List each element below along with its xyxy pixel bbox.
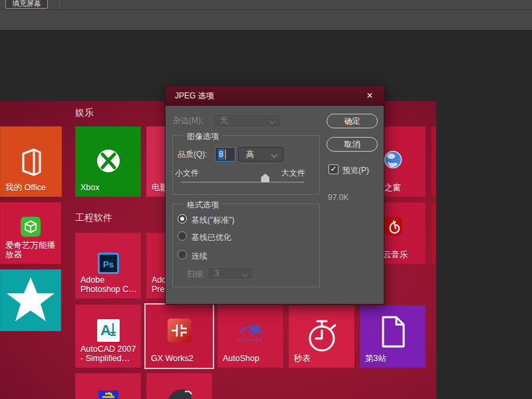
format-options-legend: 格式选项 (184, 200, 222, 211)
scans-value: 3 (215, 269, 219, 278)
quality-input[interactable]: 8 (215, 147, 235, 162)
preview-label: 预览(P) (342, 165, 369, 176)
tile-sliver-2[interactable] (431, 202, 436, 264)
tile-partial-1[interactable] (75, 373, 141, 399)
tile-label: 爱奇艺万能播放器 (5, 241, 59, 261)
toolbar-divider (59, 0, 60, 9)
tile-my-office[interactable]: 我的 Office (0, 126, 62, 197)
radio-baseline-standard[interactable] (178, 214, 187, 223)
cancel-button[interactable]: 取消 (327, 137, 378, 152)
tile-autocad[interactable]: AAutoCAD 2007- Simplified… (75, 305, 141, 368)
photoshop-top-bar: 填充屏幕 (0, 0, 532, 10)
svg-text:AUTOSHOP: AUTOSHOP (239, 338, 263, 342)
stopwatch-icon (289, 316, 354, 354)
swirl-icon: AUTOSHOP (217, 323, 283, 344)
tile-stopwatch[interactable]: 秒表 (289, 305, 354, 368)
group-label-0: 娱乐 (75, 107, 94, 119)
svg-text:Ps: Ps (103, 259, 114, 269)
group-label-1: 工程软件 (75, 212, 112, 224)
tile-label: 秒表 (294, 354, 352, 364)
star-icon (0, 275, 61, 325)
tile-label: GX Works2 (151, 354, 210, 364)
chevron-down-icon (269, 118, 276, 124)
miniblue-icon (75, 390, 141, 399)
close-icon[interactable]: × (362, 86, 378, 106)
chevron-down-icon (242, 271, 249, 277)
tile-label: Xbox (80, 183, 138, 193)
gx-icon (146, 319, 213, 342)
acad-icon: A (75, 319, 141, 342)
doc-icon (360, 315, 426, 349)
text-caret (225, 150, 226, 160)
matte-value: 无 (220, 116, 228, 125)
tile-autoshop[interactable]: AUTOSHOPAutoShop (217, 305, 283, 368)
tile-label: AdobePhotoshop C… (80, 275, 138, 295)
tile-photoshop[interactable]: PsAdobePhotoshop C… (75, 233, 141, 299)
image-options-group (172, 135, 320, 195)
svg-text:A: A (100, 322, 111, 338)
fit-screen-button[interactable]: 填充屏幕 (5, 0, 48, 9)
preview-checkbox[interactable]: ✓ (329, 164, 338, 174)
quality-label: 品质(Q): (178, 149, 207, 160)
tile-label: 第3站 (365, 354, 423, 364)
minidark-icon (146, 386, 212, 399)
tile-iqiyi[interactable]: 爱奇艺万能播放器 (0, 202, 61, 264)
quality-selected-text: 8 (218, 149, 224, 160)
tile-label: 之窗 (384, 183, 423, 193)
tile-sliver-1[interactable] (431, 126, 436, 197)
tile-label: 我的 Office (5, 183, 59, 193)
tile-star[interactable] (0, 269, 61, 331)
ok-button[interactable]: 确定 (327, 114, 378, 128)
tile-label: AutoCAD 2007- Simplified… (80, 344, 138, 364)
photoshop-options-bar (0, 10, 532, 31)
tile-station3[interactable]: 第3站 (360, 305, 426, 368)
tile-partial-2[interactable] (146, 373, 212, 399)
dialog-title[interactable]: JPEG 选项 (166, 86, 384, 106)
tile-xbox[interactable]: Xbox (75, 126, 141, 197)
tile-label: AutoShop (223, 354, 281, 364)
small-file-label: 小文件 (175, 168, 199, 179)
radio-progressive[interactable] (178, 250, 187, 259)
quality-slider-track[interactable] (181, 182, 305, 183)
xbox-icon (75, 148, 141, 174)
quality-level-dropdown[interactable]: 高 (238, 147, 283, 162)
office-icon (0, 148, 62, 176)
scans-dropdown: 3 (207, 267, 254, 280)
large-file-label: 大文件 (281, 168, 305, 179)
radio-dot-icon (180, 217, 184, 221)
ps-icon: Ps (75, 253, 141, 274)
tile-label: 云音乐 (383, 250, 423, 260)
tile-gx-works2[interactable]: GX Works2 (146, 305, 213, 368)
radio-baseline-optimized-label: 基线已优化 (192, 232, 231, 243)
radio-progressive-label: 连续 (192, 251, 207, 262)
radio-baseline-standard-label: 基线("标准") (192, 215, 235, 226)
jpeg-options-dialog: JPEG 选项 × 杂边(M): 无 确定 取消 ✓ 预览(P) 97.0K 图… (165, 85, 384, 305)
radio-baseline-optimized[interactable] (178, 231, 187, 241)
matte-label: 杂边(M): (173, 115, 203, 126)
iqiyi-icon (0, 217, 61, 237)
file-size-text: 97.0K (328, 193, 348, 202)
image-options-legend: 图像选项 (184, 131, 222, 142)
scans-label: 扫描: (187, 269, 205, 280)
matte-dropdown: 无 (212, 114, 281, 128)
chevron-down-icon (271, 152, 278, 158)
quality-level-value: 高 (246, 150, 254, 159)
checkmark-icon: ✓ (330, 164, 336, 174)
